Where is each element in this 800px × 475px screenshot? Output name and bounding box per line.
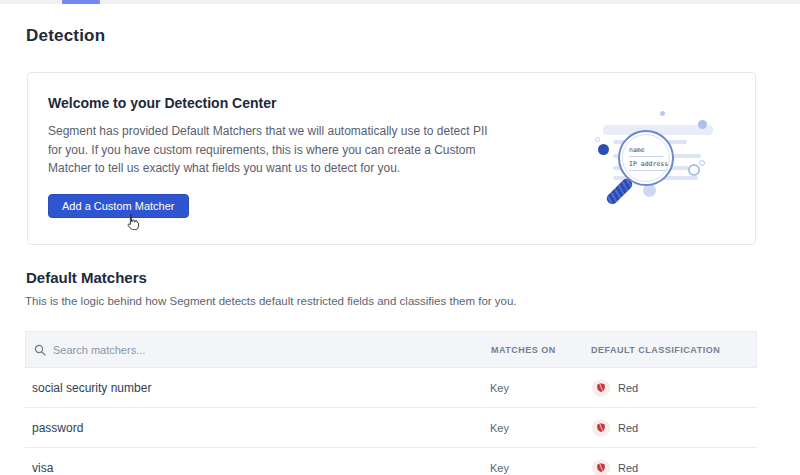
- matches-on-value: Key: [490, 462, 590, 474]
- matcher-name: password: [25, 421, 490, 435]
- welcome-heading: Welcome to your Detection Center: [48, 95, 508, 111]
- detection-illustration: name IP address: [579, 87, 759, 232]
- table-body: social security number Key Red password …: [25, 368, 757, 475]
- matcher-name: visa: [25, 461, 490, 475]
- classification-label: Red: [618, 422, 638, 434]
- search-icon: [34, 344, 46, 356]
- column-header-default-classification: Default classification: [591, 345, 756, 355]
- decor-ring-small: [699, 160, 705, 166]
- default-matchers-heading: Default Matchers: [26, 269, 147, 286]
- page-title: Detection: [26, 26, 105, 46]
- tab-bar: [0, 0, 800, 4]
- classification-cell: Red: [590, 419, 757, 437]
- table-row[interactable]: password Key Red: [25, 408, 757, 448]
- decor-dot-dark: [598, 144, 609, 155]
- active-tab-indicator[interactable]: [62, 0, 100, 4]
- classification-cell: Red: [590, 459, 757, 475]
- classification-label: Red: [618, 462, 638, 474]
- add-custom-matcher-button[interactable]: Add a Custom Matcher: [48, 194, 189, 218]
- search-field: [26, 344, 491, 356]
- magnified-field-ip: IP address: [629, 160, 668, 171]
- decor-ring-tiny: [595, 137, 600, 142]
- matches-on-value: Key: [490, 422, 590, 434]
- magnified-field-name: name: [629, 146, 663, 157]
- matcher-name: social security number: [25, 381, 490, 395]
- decor-dot-large: [698, 120, 707, 129]
- welcome-body: Segment has provided Default Matchers th…: [48, 122, 500, 178]
- magnifying-glass-icon: name IP address: [618, 130, 674, 186]
- matches-on-value: Key: [490, 382, 590, 394]
- table-row[interactable]: social security number Key Red: [25, 368, 757, 408]
- red-shield-icon: [592, 459, 610, 475]
- table-header-row: Matches on Default classification: [25, 331, 757, 368]
- table-row[interactable]: visa Key Red: [25, 448, 757, 475]
- detection-page: Detection Welcome to your Detection Cent…: [0, 0, 800, 475]
- decor-dot-small: [660, 111, 665, 116]
- red-shield-icon: [592, 379, 610, 397]
- decor-ring-big: [688, 164, 700, 176]
- matchers-table: Matches on Default classification social…: [25, 331, 757, 475]
- red-shield-icon: [592, 419, 610, 437]
- search-input[interactable]: [53, 344, 373, 356]
- welcome-card-text: Welcome to your Detection Center Segment…: [48, 95, 508, 218]
- column-header-matches-on: Matches on: [491, 345, 591, 355]
- classification-label: Red: [618, 382, 638, 394]
- classification-cell: Red: [590, 379, 757, 397]
- default-matchers-subtitle: This is the logic behind how Segment det…: [25, 295, 517, 307]
- welcome-card: Welcome to your Detection Center Segment…: [27, 72, 756, 245]
